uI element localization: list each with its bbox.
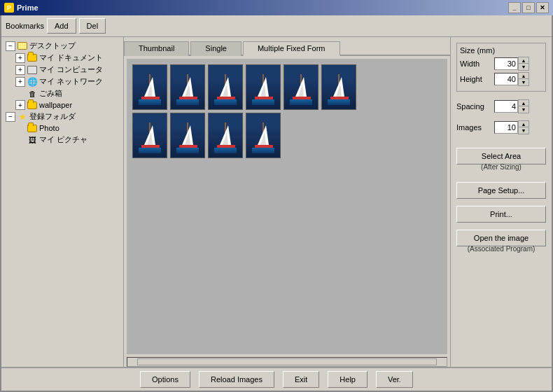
thumbnail-8 [170, 113, 205, 158]
preview-canvas [127, 59, 447, 354]
tree-item-mydocs[interactable]: + マイ ドキュメント [3, 52, 122, 64]
help-button[interactable]: Help [328, 371, 368, 388]
tree-item-mycomputer[interactable]: + マイ コンピュータ [3, 64, 122, 76]
folder-icon-mydocs [27, 53, 38, 63]
open-image-note: (Associated Program) [456, 245, 546, 253]
thumbnail-5 [284, 64, 318, 110]
spacing-down-button[interactable]: ▼ [519, 106, 528, 113]
thumbnail-1 [132, 64, 167, 110]
height-input[interactable] [494, 73, 518, 85]
tabs-bar: Thumbnail Single Multiple Fixed Form [124, 37, 450, 56]
window-controls[interactable]: _ □ ✕ [508, 2, 549, 13]
spacing-row: Spacing ▲ ▼ [456, 100, 546, 113]
tree-item-favfolder[interactable]: − ★ 登録フォルダ [3, 111, 122, 122]
bookmarks-label: Bookmarks [6, 22, 44, 30]
spacing-up-button[interactable]: ▲ [519, 100, 528, 106]
open-image-button[interactable]: Open the image [456, 230, 546, 246]
computer-icon [27, 65, 38, 75]
tab-multiple[interactable]: Multiple Fixed Form [243, 41, 340, 56]
tab-thumbnail[interactable]: Thumbnail [124, 41, 189, 56]
reload-button[interactable]: Reload Images [199, 371, 274, 388]
size-label: Size (mm) [460, 46, 542, 55]
tree-expand-mydocs[interactable]: + [15, 53, 25, 63]
app-title: Prime [17, 4, 38, 12]
tree-expand-desktop[interactable]: − [6, 41, 15, 51]
tree-item-wallpaper[interactable]: + wallpaper [3, 99, 122, 111]
height-up-button[interactable]: ▲ [519, 73, 528, 79]
exit-button[interactable]: Exit [283, 371, 319, 388]
images-down-button[interactable]: ▼ [519, 127, 528, 134]
tree-label-mycomputer: マイ コンピュータ [39, 64, 103, 75]
tree-label-favfolder: 登録フォルダ [29, 111, 76, 122]
options-button[interactable]: Options [140, 371, 190, 388]
width-down-button[interactable]: ▼ [519, 64, 528, 70]
tab-single[interactable]: Single [190, 41, 241, 56]
image-row-2 [132, 113, 356, 158]
tree-item-desktop[interactable]: − デスクトップ [3, 40, 122, 52]
tree-label-desktop: デスクトップ [29, 41, 76, 51]
images-label: Images [456, 123, 491, 132]
tree-item-mynetwork[interactable]: + 🌐 マイ ネットワーク [3, 76, 122, 88]
tree-expand-mynetwork[interactable]: + [15, 77, 25, 87]
tree-label-mypictures: マイ ピクチャ [39, 134, 88, 145]
spacing-spinbox[interactable]: ▲ ▼ [494, 100, 529, 113]
size-group: Size (mm) Width ▲ ▼ Height [456, 43, 546, 92]
scrollbar-track [137, 358, 437, 365]
preview-area: Thumbnail Single Multiple Fixed Form [124, 37, 450, 367]
thumbnail-6 [321, 64, 356, 110]
thumbnail-3 [208, 64, 243, 110]
right-panel: Size (mm) Width ▲ ▼ Height [450, 37, 552, 367]
width-spinbox[interactable]: ▲ ▼ [494, 57, 529, 70]
image-row-1 [132, 64, 356, 110]
recycle-icon: 🗑 [27, 89, 38, 99]
width-input[interactable] [494, 57, 518, 70]
folder-icon-desktop [17, 41, 28, 51]
thumbnail-9 [208, 113, 243, 158]
minimize-button[interactable]: _ [508, 2, 521, 13]
spacing-input[interactable] [494, 100, 518, 113]
add-button[interactable]: Add [47, 18, 76, 34]
page-setup-button[interactable]: Page Setup... [456, 182, 546, 199]
main-content: − デスクトップ + マイ ドキュメント + マイ コンピュータ + 🌐 マイ … [1, 37, 552, 367]
maximize-button[interactable]: □ [522, 2, 535, 13]
select-area-button[interactable]: Select Area [456, 148, 546, 164]
width-up-button[interactable]: ▲ [519, 57, 528, 64]
close-button[interactable]: ✕ [536, 2, 549, 13]
del-button[interactable]: Del [79, 18, 106, 34]
image-grid [132, 64, 356, 158]
ver-button[interactable]: Ver. [376, 371, 413, 388]
folder-icon-wallpaper [27, 100, 38, 110]
tree-label-photo: Photo [39, 124, 59, 132]
pictures-icon: 🖼 [27, 135, 38, 145]
width-row: Width ▲ ▼ [460, 57, 542, 70]
tree-label-mydocs: マイ ドキュメント [39, 52, 103, 63]
tree-label-wallpaper: wallpaper [39, 101, 72, 109]
thumbnail-7 [132, 113, 167, 158]
tree-expand-wallpaper[interactable]: + [15, 100, 25, 110]
app-icon: P [4, 3, 14, 13]
thumbnail-10 [246, 113, 281, 158]
tree-expand-mycomputer[interactable]: + [15, 65, 25, 75]
spacing-label: Spacing [456, 102, 491, 111]
tree-item-mypictures[interactable]: 🖼 マイ ピクチャ [3, 134, 122, 146]
images-spinbox[interactable]: ▲ ▼ [494, 121, 529, 134]
width-label: Width [460, 59, 491, 68]
network-icon: 🌐 [27, 77, 38, 87]
height-spinbox[interactable]: ▲ ▼ [494, 73, 529, 85]
height-row: Height ▲ ▼ [460, 73, 542, 85]
star-icon: ★ [17, 112, 28, 122]
titlebar: P Prime _ □ ✕ [0, 0, 553, 15]
thumbnail-4 [246, 64, 281, 110]
tree-item-recycle[interactable]: 🗑 ごみ箱 [3, 88, 122, 99]
images-row: Images ▲ ▼ [456, 121, 546, 134]
folder-icon-photo [27, 123, 38, 133]
tree-expand-favfolder[interactable]: − [6, 112, 15, 122]
height-label: Height [460, 75, 491, 83]
tree-label-mynetwork: マイ ネットワーク [39, 76, 103, 87]
horizontal-scrollbar[interactable] [127, 357, 447, 367]
print-button[interactable]: Print... [456, 206, 546, 223]
tree-item-photo[interactable]: Photo [3, 122, 122, 134]
height-down-button[interactable]: ▼ [519, 79, 528, 85]
images-input[interactable] [494, 121, 518, 134]
images-up-button[interactable]: ▲ [519, 121, 528, 127]
